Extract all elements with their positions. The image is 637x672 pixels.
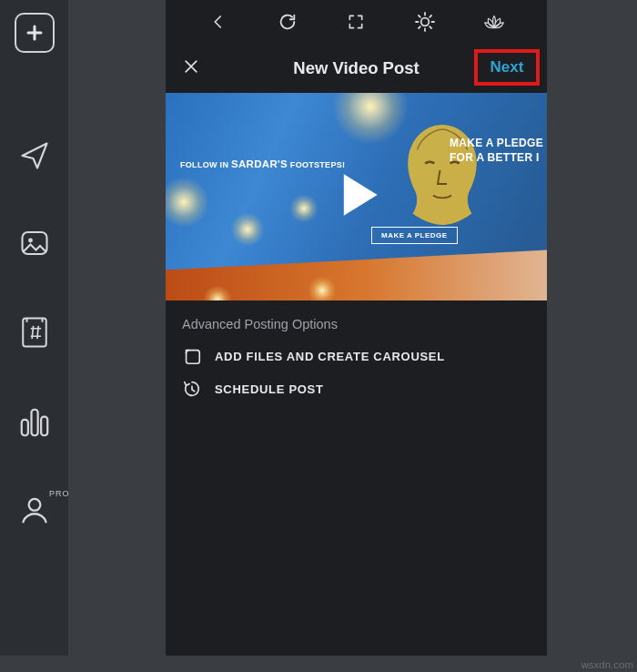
- svg-rect-5: [41, 417, 47, 436]
- pro-badge: PRO: [49, 489, 70, 498]
- video-preview[interactable]: FOLLOW IN SARDAR'S FOOTSTEPS! MAKE A PLE…: [166, 93, 547, 300]
- hashtag-icon[interactable]: [19, 314, 50, 351]
- lens-flare: [307, 275, 338, 300]
- app-sidebar: PRO: [0, 0, 68, 656]
- back-icon[interactable]: [200, 4, 237, 40]
- lens-flare: [166, 175, 211, 229]
- profile-icon[interactable]: PRO: [19, 494, 50, 525]
- svg-rect-2: [23, 318, 46, 346]
- editor-toolbar: [166, 0, 547, 44]
- create-post-button[interactable]: [15, 13, 55, 53]
- advanced-options: Advanced Posting Options ADD FILES AND C…: [166, 300, 547, 421]
- overlay-pledge-text: MAKE A PLEDGE FOR A BETTER I: [450, 137, 543, 165]
- svg-point-1: [28, 239, 33, 243]
- next-button[interactable]: Next: [490, 58, 524, 76]
- play-icon[interactable]: [326, 164, 388, 229]
- schedule-post-row[interactable]: SCHEDULE POST: [182, 379, 532, 399]
- add-carousel-row[interactable]: ADD FILES AND CREATE CAROUSEL: [182, 346, 532, 366]
- next-highlight: Next: [474, 49, 540, 86]
- lotus-icon[interactable]: [476, 4, 512, 40]
- svg-point-6: [28, 499, 40, 511]
- lens-flare: [229, 211, 266, 248]
- lens-flare: [288, 193, 319, 224]
- svg-rect-3: [21, 420, 27, 435]
- svg-rect-0: [22, 232, 46, 254]
- carousel-icon: [182, 346, 202, 366]
- title-bar: New Video Post Next: [166, 44, 547, 93]
- add-carousel-label: ADD FILES AND CREATE CAROUSEL: [215, 350, 445, 363]
- watermark: wsxdn.com: [581, 659, 633, 670]
- editor-panel: New Video Post Next FOLLOW IN SARDAR'S F…: [166, 0, 547, 656]
- send-icon[interactable]: [18, 139, 51, 172]
- svg-rect-8: [187, 351, 200, 364]
- expand-icon[interactable]: [338, 4, 374, 40]
- reload-icon[interactable]: [269, 4, 306, 40]
- svg-rect-4: [31, 410, 37, 436]
- brightness-icon[interactable]: [407, 4, 443, 40]
- analytics-icon[interactable]: [17, 405, 52, 440]
- gallery-icon[interactable]: [18, 227, 51, 260]
- schedule-icon: [182, 379, 202, 399]
- advanced-options-title: Advanced Posting Options: [182, 317, 532, 331]
- svg-point-7: [421, 18, 430, 26]
- schedule-post-label: SCHEDULE POST: [215, 382, 324, 396]
- overlay-follow-text: FOLLOW IN SARDAR'S FOOTSTEPS!: [180, 158, 345, 169]
